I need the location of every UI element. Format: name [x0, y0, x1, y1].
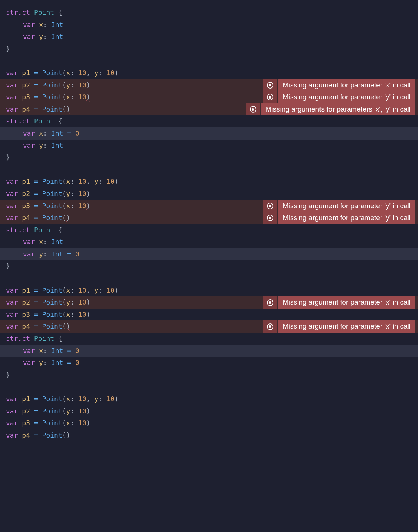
error-diagnostic[interactable]: Missing argument for parameter 'x' in ca…	[263, 296, 415, 309]
var-name: p1	[22, 177, 30, 185]
paren-open: (	[62, 69, 66, 77]
error-diagnostic[interactable]: Missing argument for parameter 'y' in ca…	[263, 91, 415, 103]
code-line[interactable]	[0, 55, 418, 67]
code-line[interactable]: var p2 = Point(y: 10)Missing argument fo…	[0, 296, 418, 309]
code-line[interactable]: var p3 = Point(x: 10)Missing argument fo…	[0, 200, 418, 212]
arg-value: 10	[106, 177, 115, 185]
arg-label-y: y	[66, 81, 70, 89]
equals: =	[34, 298, 38, 306]
keyword-var: var	[23, 347, 35, 355]
code-line[interactable]: var y: Int	[0, 31, 418, 43]
equals: =	[34, 407, 38, 415]
arg-value: 10	[78, 286, 86, 294]
code-line[interactable]: var p4 = Point()	[0, 429, 418, 442]
code-line[interactable]: var p4 = Point()Missing argument for par…	[0, 320, 418, 333]
paren-open: (	[62, 202, 66, 210]
var-name: p3	[22, 202, 30, 210]
code-line[interactable]: var p3 = Point(x: 10)	[0, 309, 418, 321]
property-x: x	[39, 21, 43, 29]
code-line[interactable]: var p1 = Point(x: 10, y: 10)	[0, 176, 418, 188]
code-line[interactable]: var y: Int = 0	[0, 248, 418, 260]
paren-open: (	[62, 395, 66, 403]
keyword-var: var	[6, 395, 18, 403]
code-line[interactable]: }	[0, 152, 418, 164]
code-line[interactable]: var x: Int = 0	[0, 345, 418, 357]
colon: :	[43, 33, 47, 40]
colon: :	[70, 298, 74, 306]
type-name-point: Point	[34, 226, 54, 234]
equals: =	[34, 286, 38, 294]
code-line[interactable]: }	[0, 260, 418, 272]
constructor-point: Point	[42, 214, 62, 222]
code-line[interactable]: struct Point {	[0, 7, 418, 19]
paren-open: (	[62, 190, 66, 197]
code-line[interactable]: var y: Int = 0	[0, 357, 418, 369]
code-line[interactable]: var p2 = Point(y: 10)	[0, 188, 418, 200]
keyword-var: var	[6, 202, 18, 210]
error-diagnostic[interactable]: Missing argument for parameter 'x' in ca…	[263, 79, 415, 92]
colon: :	[98, 69, 102, 77]
colon: :	[43, 250, 47, 258]
property-y: y	[39, 359, 43, 366]
code-line[interactable]: struct Point {	[0, 333, 418, 345]
code-line[interactable]	[0, 164, 418, 176]
code-line[interactable]: }	[0, 43, 418, 55]
constructor-point: Point	[42, 310, 62, 318]
equals: =	[34, 105, 38, 113]
equals: =	[34, 81, 38, 89]
colon: :	[43, 142, 47, 149]
colon: :	[43, 347, 47, 355]
error-diagnostic[interactable]: Missing argument for parameter 'x' in ca…	[263, 320, 415, 333]
code-line[interactable]: var x: Int	[0, 19, 418, 31]
error-diagnostic[interactable]: Missing argument for parameter 'y' in ca…	[263, 212, 415, 224]
code-line[interactable]: }	[0, 369, 418, 381]
code-line[interactable]: struct Point {	[0, 224, 418, 236]
code-line[interactable]: var p4 = Point()Missing arguments for pa…	[0, 103, 418, 116]
brace-open: {	[58, 117, 62, 125]
code-line[interactable]: var p1 = Point(x: 10, y: 10)	[0, 67, 418, 79]
brace-close: }	[6, 371, 10, 379]
paren-close: )	[115, 69, 119, 77]
error-icon	[263, 91, 277, 103]
code-line[interactable]: var p4 = Point()Missing argument for par…	[0, 212, 418, 224]
code-line[interactable]: var p3 = Point(x: 10)Missing argument fo…	[0, 91, 418, 103]
colon: :	[43, 21, 47, 29]
arg-value: 10	[78, 407, 86, 415]
colon: :	[70, 69, 74, 77]
var-name: p4	[22, 105, 30, 113]
code-line[interactable]: var p1 = Point(x: 10, y: 10)	[0, 393, 418, 405]
keyword-var: var	[6, 105, 18, 113]
error-diagnostic[interactable]: Missing argument for parameter 'y' in ca…	[263, 200, 415, 212]
equals: =	[34, 395, 38, 403]
type-int: Int	[51, 21, 63, 29]
colon: :	[70, 81, 74, 89]
keyword-var: var	[6, 310, 18, 318]
code-line[interactable]: var y: Int	[0, 140, 418, 152]
keyword-var: var	[23, 142, 35, 149]
code-line[interactable]	[0, 272, 418, 285]
code-line[interactable]: var p1 = Point(x: 10, y: 10)	[0, 285, 418, 297]
code-line[interactable]: var x: Int = 0	[0, 127, 418, 140]
text-cursor	[79, 129, 79, 137]
error-message: Missing argument for parameter 'y' in ca…	[278, 200, 415, 212]
property-y: y	[39, 33, 43, 40]
error-message: Missing argument for parameter 'x' in ca…	[278, 320, 415, 333]
paren-close: )	[86, 190, 90, 197]
var-name: p4	[22, 431, 30, 439]
equals: =	[34, 202, 38, 210]
colon: :	[98, 286, 102, 294]
constructor-point: Point	[42, 93, 62, 101]
code-line[interactable]: struct Point {	[0, 115, 418, 127]
code-line[interactable]: var p3 = Point(x: 10)	[0, 417, 418, 429]
property-x: x	[39, 347, 43, 355]
code-line[interactable]: var p2 = Point(y: 10)Missing argument fo…	[0, 79, 418, 92]
code-editor[interactable]: struct Point {var x: Intvar y: Int} var …	[0, 7, 418, 441]
property-y: y	[39, 250, 43, 258]
code-line[interactable]: var p2 = Point(y: 10)	[0, 405, 418, 418]
code-line[interactable]	[0, 381, 418, 393]
code-line[interactable]: var x: Int	[0, 236, 418, 248]
arg-label-x: x	[66, 419, 70, 427]
arg-value: 10	[78, 202, 86, 210]
keyword-var: var	[6, 298, 18, 306]
error-diagnostic[interactable]: Missing arguments for parameters 'x', 'y…	[246, 103, 415, 116]
